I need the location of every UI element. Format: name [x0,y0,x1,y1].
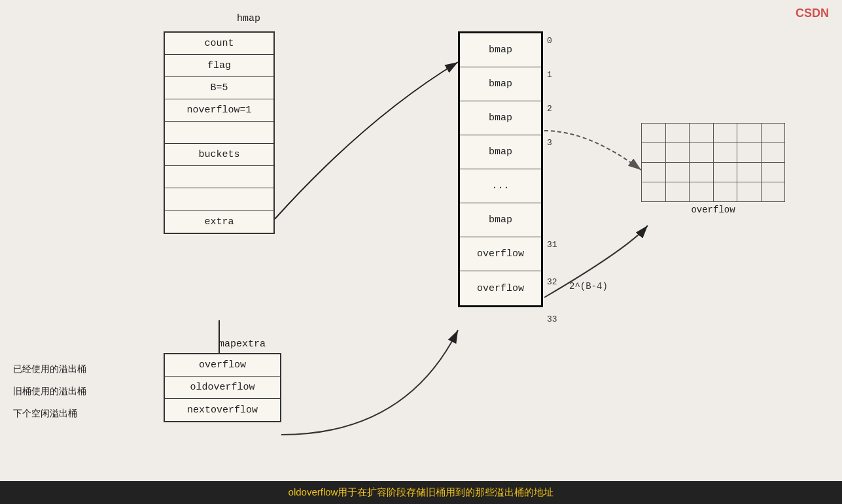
mapextra-box: overflow oldoverflow nextoverflow [164,353,281,422]
cn-overflow-label: 已经使用的溢出桶 [13,363,86,375]
bucket-index-3: 3 [547,138,552,148]
overflow-table [641,123,785,202]
bucket-index-31: 31 [547,240,557,250]
bucket-index-32: 32 [547,277,557,287]
hmap-cell-noverflow: noverflow=1 [165,99,273,122]
overflow-grid-label: overflow [641,205,785,215]
bottom-banner: oldoverflow用于在扩容阶段存储旧桶用到的那些溢出桶的地址 [0,481,842,504]
bucket-cell-3: bmap [460,135,541,169]
bucket-cell-31: bmap [460,203,541,237]
buckets-box: bmap bmap bmap bmap ... bmap overflow ov… [458,31,543,307]
hmap-cell-b: B=5 [165,77,273,99]
bucket-cell-33: overflow [460,271,541,305]
bucket-cell-2: bmap [460,101,541,135]
overflow-grid: overflow [641,123,785,227]
hmap-cell-empty3 [165,188,273,210]
hmap-cell-extra: extra [165,210,273,233]
cn-oldoverflow-label: 旧桶使用的溢出桶 [13,386,86,397]
cn-nextoverflow-label: 下个空闲溢出桶 [13,408,77,420]
bucket-cell-dots: ... [460,169,541,203]
mapextra-cell-oldoverflow: oldoverflow [165,377,280,399]
bucket-cell-0: bmap [460,33,541,67]
hmap-cell-count: count [165,33,273,55]
arrows-diagram [0,0,842,504]
mapextra-label: mapextra [177,339,307,350]
mapextra-cell-overflow: overflow [165,354,280,377]
hmap-cell-flag: flag [165,55,273,77]
mapextra-cell-nextoverflow: nextoverflow [165,399,280,421]
watermark: CSDN [796,7,829,20]
hmap-label: hmap [193,13,304,24]
hmap-cell-empty1 [165,122,273,144]
hmap-cell-buckets: buckets [165,144,273,166]
bucket-index-2: 2 [547,104,552,114]
bucket-index-0: 0 [547,36,552,46]
bucket-cell-32: overflow [460,237,541,271]
hmap-cell-empty2 [165,166,273,188]
bucket-cell-1: bmap [460,67,541,101]
bucket-index-1: 1 [547,70,552,80]
exponent-label: 2^(B-4) [569,281,608,292]
hmap-box: count flag B=5 noverflow=1 buckets extra [164,31,275,234]
bucket-index-33: 33 [547,314,557,324]
